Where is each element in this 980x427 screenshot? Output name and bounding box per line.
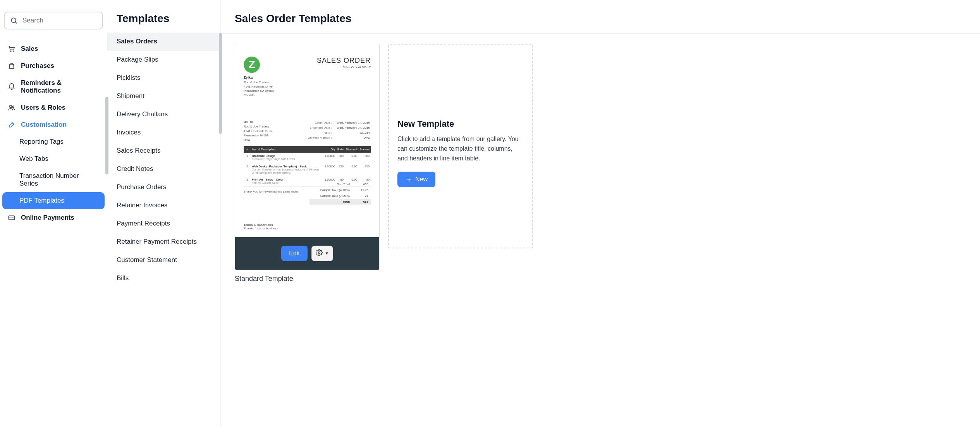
- template-type-item[interactable]: Customer Statement: [107, 251, 220, 269]
- template-type-item[interactable]: Retainer Invoices: [107, 196, 220, 215]
- template-type-item[interactable]: Sales Receipts: [107, 142, 220, 160]
- main-content: Sales Order Templates Z Zylkar Rob & Joe…: [221, 0, 980, 427]
- template-type-item[interactable]: Credit Notes: [107, 160, 220, 178]
- sidebar-item-label: Sales: [21, 45, 38, 53]
- template-type-item[interactable]: Retainer Payment Receipts: [107, 233, 220, 251]
- sidebar-subitem-label: PDF Templates: [19, 197, 64, 205]
- sidebar-item-sales[interactable]: Sales: [2, 40, 105, 57]
- brush-icon: [8, 121, 15, 129]
- bill-to-block: Bill To Rob & Joe Traders 4141 Hacienda …: [244, 120, 273, 142]
- bell-icon: [8, 83, 15, 91]
- document-number: Sales Order# SO-17: [317, 65, 371, 69]
- template-type-item[interactable]: Shipment: [107, 87, 220, 105]
- bill-to-title: Bill To: [244, 120, 273, 124]
- sidebar-item-label: Purchases: [21, 62, 54, 70]
- sidebar-item-users-roles[interactable]: Users & Roles: [2, 99, 105, 116]
- search-icon: [10, 17, 18, 24]
- sidebar-subitem-label: Reporting Tags: [19, 138, 64, 146]
- order-meta: Order Date :Wed, February 24, 2016Shipme…: [303, 120, 371, 142]
- plus-icon: ＋: [405, 176, 413, 183]
- sidebar-item-online-payments[interactable]: Online Payments: [2, 209, 105, 226]
- document-title: SALES ORDER: [317, 57, 371, 65]
- terms-title: Terms & Conditions: [244, 223, 371, 227]
- card-icon: [8, 214, 15, 222]
- search-box[interactable]: [4, 12, 103, 29]
- terms-block: Terms & Conditions Thanks for your busin…: [244, 223, 371, 230]
- sidebar-subitem-pdf-templates[interactable]: PDF Templates: [2, 192, 105, 209]
- sidebar-subitem-web-tabs[interactable]: Web Tabs: [2, 150, 105, 167]
- sidebar-subitem-label: Transaction Number Series: [19, 172, 99, 188]
- svg-rect-6: [9, 216, 15, 220]
- search-input[interactable]: [22, 16, 105, 25]
- settings-sidebar: Sales Purchases Reminders & Notification…: [0, 0, 107, 427]
- gear-icon: [316, 249, 323, 258]
- company-address: Zylkar Rob & Joe Traders 4141 Hacienda D…: [244, 75, 273, 97]
- page-title: Sales Order Templates: [221, 0, 980, 34]
- template-type-item[interactable]: Invoices: [107, 124, 220, 142]
- cart-icon: [8, 45, 15, 53]
- sidebar-subitem-reporting-tags[interactable]: Reporting Tags: [2, 133, 105, 150]
- new-template-panel[interactable]: New Template Click to add a template fro…: [388, 44, 533, 248]
- template-type-item[interactable]: Package Slips: [107, 51, 220, 69]
- sidebar-subitem-transaction-number-series[interactable]: Transaction Number Series: [2, 167, 105, 192]
- templates-type-list: Templates Sales OrdersPackage SlipsPickl…: [107, 0, 221, 427]
- template-preview: Z Zylkar Rob & Joe Traders 4141 Hacienda…: [235, 44, 379, 237]
- sidebar-subitem-label: Web Tabs: [19, 155, 48, 163]
- caret-down-icon: ▼: [325, 251, 329, 255]
- svg-line-1: [15, 22, 17, 24]
- sidebar-item-label: Customisation: [21, 121, 67, 129]
- new-template-button-label: New: [415, 176, 428, 183]
- sidebar-item-label: Reminders & Notifications: [21, 79, 94, 95]
- bag-icon: [8, 62, 15, 70]
- sidebar-item-reminders[interactable]: Reminders & Notifications: [2, 74, 105, 99]
- template-options-button[interactable]: ▼: [311, 246, 333, 261]
- users-icon: [8, 104, 15, 112]
- svg-point-5: [12, 106, 14, 107]
- svg-point-4: [10, 105, 12, 108]
- template-type-item[interactable]: Delivery Challans: [107, 105, 220, 124]
- totals-table: Sub Total630Sample Tax1 (4.70%)11.75Samp…: [309, 181, 371, 205]
- template-card-wrapper: Z Zylkar Rob & Joe Traders 4141 Hacienda…: [235, 44, 380, 283]
- thanks-text: Thank you for reviewing this sales order…: [244, 190, 299, 193]
- templates-heading: Templates: [107, 0, 220, 33]
- template-type-item[interactable]: Picklists: [107, 69, 220, 87]
- company-logo: Z: [244, 57, 260, 73]
- svg-point-3: [13, 51, 14, 52]
- template-card-standard: Z Zylkar Rob & Joe Traders 4141 Hacienda…: [235, 44, 380, 270]
- sidebar-item-label: Online Payments: [21, 214, 74, 222]
- edit-template-button[interactable]: Edit: [281, 246, 308, 261]
- new-template-button[interactable]: ＋ New: [397, 172, 435, 187]
- new-template-description: Click to add a template from our gallery…: [397, 134, 524, 163]
- new-template-title: New Template: [397, 119, 524, 129]
- templates-list-container: Sales OrdersPackage SlipsPicklistsShipme…: [107, 33, 220, 288]
- sidebar-item-label: Users & Roles: [21, 104, 65, 112]
- terms-body: Thanks for your business: [244, 227, 371, 230]
- company-name: Zylkar: [244, 75, 273, 80]
- template-type-item[interactable]: Sales Orders: [107, 33, 220, 51]
- sidebar-item-customisation[interactable]: Customisation: [2, 116, 105, 133]
- line-items-table: #Item & DescriptionQtyRateDiscountAmount…: [244, 146, 371, 187]
- template-type-item[interactable]: Bills: [107, 269, 220, 288]
- template-type-item[interactable]: Payment Receipts: [107, 215, 220, 233]
- svg-point-2: [10, 51, 11, 52]
- template-card-name: Standard Template: [235, 270, 380, 283]
- template-type-item[interactable]: Purchase Orders: [107, 178, 220, 196]
- template-card-footer: Edit ▼: [235, 237, 379, 270]
- svg-point-0: [11, 18, 16, 22]
- sidebar-item-purchases[interactable]: Purchases: [2, 57, 105, 74]
- svg-point-8: [318, 252, 320, 254]
